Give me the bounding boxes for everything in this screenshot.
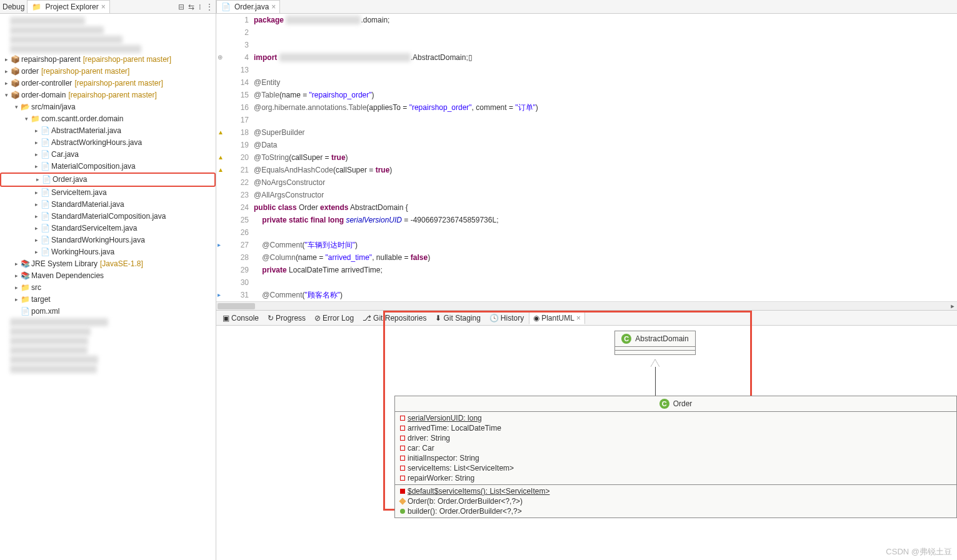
tree-item[interactable]: ▸📦repairshop-parent[repairshop-parent ma… [0, 54, 216, 66]
expand-arrow-icon[interactable]: ▸ [34, 174, 41, 185]
tree-item[interactable]: ▸📄WorkingHours.java [0, 246, 216, 258]
code-line[interactable]: @EqualsAndHashCode(callSuper = true) [254, 164, 957, 176]
tree-item[interactable]: ▸📁target [0, 294, 216, 306]
gutter-line[interactable]: ⊕4 [216, 51, 249, 64]
expand-arrow-icon[interactable]: ▸ [3, 78, 10, 89]
tree-item[interactable]: ▾📦order-domain[repairshop-parent master] [0, 89, 216, 101]
code-line[interactable]: @AllArgsConstructor [254, 189, 957, 201]
expand-arrow-icon[interactable]: ▸ [3, 66, 10, 77]
tree-item[interactable]: ▸📄StandardMaterialComposition.java [0, 211, 216, 222]
gutter-line[interactable]: 14 [216, 76, 249, 89]
gutter-line[interactable]: 2 [216, 26, 249, 39]
expand-arrow-icon[interactable]: ▸ [33, 138, 40, 148]
code-line[interactable]: @SuperBuilder [254, 126, 957, 139]
uml-member[interactable]: repairWorker: String [395, 473, 956, 483]
expand-arrow-icon[interactable]: ▸ [3, 54, 10, 65]
code-line[interactable]: public class Order extends AbstractDomai… [254, 201, 957, 214]
gutter-line[interactable]: 17 [216, 114, 249, 126]
tree-item[interactable]: ▸📦order[repairshop-parent master] [0, 66, 216, 78]
gutter-line[interactable]: 16 [216, 101, 249, 114]
uml-member[interactable]: serviceItems: List<ServiceItem> [395, 463, 956, 473]
uml-member[interactable]: Order(b: Order.OrderBuilder<?,?>) [395, 496, 956, 506]
gutter-line[interactable]: 13 [216, 64, 249, 76]
code-line[interactable] [254, 276, 957, 289]
change-marker-icon[interactable]: ▸ [218, 289, 221, 301]
uml-member[interactable]: driver: String [395, 433, 956, 443]
tree-item[interactable]: ▸📚JRE System Library[JavaSE-1.8] [0, 258, 216, 270]
tree-item[interactable]: ▸📁src [0, 282, 216, 294]
gutter-line[interactable]: 30 [216, 276, 249, 289]
tree-item[interactable]: ▸📄Car.java [0, 149, 216, 161]
code-line[interactable]: @Table(name = "repairshop_order") [254, 89, 957, 101]
tree-item[interactable]: ▸📄AbstractMaterial.java [0, 125, 216, 137]
close-icon[interactable]: × [271, 2, 276, 11]
tree-item[interactable]: 📄pom.xml [0, 306, 216, 318]
uml-member[interactable]: initialInspector: String [395, 453, 956, 463]
expand-arrow-icon[interactable]: ▾ [3, 90, 10, 101]
uml-member[interactable]: builder(): Order.OrderBuilder<?,?> [395, 506, 956, 516]
editor-scrollbar[interactable]: ◄ ► [216, 301, 957, 310]
project-tree[interactable]: ▸📦repairshop-parent[repairshop-parent ma… [0, 14, 216, 560]
expand-arrow-icon[interactable]: ▸ [33, 223, 40, 234]
uml-member[interactable]: arrivedTime: LocalDateTime [395, 423, 956, 433]
editor-tab-order[interactable]: 📄 Order.java × [216, 0, 280, 13]
tree-item[interactable]: ▸📚Maven Dependencies [0, 270, 216, 282]
expand-arrow-icon[interactable]: ▸ [13, 259, 20, 269]
code-line[interactable]: @Comment("顾客名称") [254, 289, 957, 301]
gutter-line[interactable]: ▲21 [216, 164, 249, 176]
uml-class-order[interactable]: C Order serialVersionUID: longarrivedTim… [394, 396, 957, 518]
code-line[interactable]: @ToString(callSuper = true) [254, 151, 957, 164]
expand-arrow-icon[interactable]: ▸ [33, 235, 40, 246]
code-line[interactable] [254, 39, 957, 51]
tree-item[interactable]: ▸📄StandardMaterial.java [0, 199, 216, 211]
code-content[interactable]: package xxxxxxxxxxxxxxxxxxxx.domain;impo… [254, 14, 957, 301]
tree-item[interactable]: ▸📄MaterialComposition.java [0, 161, 216, 172]
tree-item[interactable]: ▸📦order-controller[repairshop-parent mas… [0, 78, 216, 89]
tree-item[interactable]: ▸📄StandardServiceItem.java [0, 222, 216, 234]
expand-arrow-icon[interactable]: ▸ [33, 211, 40, 222]
code-line[interactable]: import xxxxxxxxxxxxxxxxxxxxxxxxxxxxxxxxx… [254, 51, 957, 64]
expand-arrow-icon[interactable]: ▸ [33, 247, 40, 258]
tree-item[interactable]: ▸📄StandardWorkingHours.java [0, 234, 216, 246]
uml-member[interactable]: $default$serviceItems(): List<ServiceIte… [395, 486, 956, 496]
bottom-tab-git-repositories[interactable]: ⎇Git Repositories [359, 312, 430, 324]
bottom-tab-progress[interactable]: ↻Progress [264, 312, 309, 324]
gutter-line[interactable]: ▸31 [216, 289, 249, 301]
uml-member[interactable]: serialVersionUID: long [395, 413, 956, 423]
scroll-right-icon[interactable]: ► [948, 302, 957, 311]
gutter-line[interactable]: 22 [216, 176, 249, 189]
tree-item[interactable]: ▸📄Order.java [0, 172, 216, 187]
code-line[interactable]: private LocalDateTime arrivedTime; [254, 264, 957, 276]
fold-marker-icon[interactable]: ⊕ [218, 51, 223, 64]
view-menu-icon[interactable]: ⋮ [206, 2, 213, 11]
bottom-tab-history[interactable]: 🕓History [486, 312, 528, 324]
code-line[interactable]: package xxxxxxxxxxxxxxxxxxxx.domain; [254, 14, 957, 26]
gutter-line[interactable]: 26 [216, 226, 249, 239]
code-line[interactable] [254, 226, 957, 239]
debug-view-label[interactable]: Debug [3, 2, 24, 11]
code-line[interactable]: @Comment("车辆到达时间") [254, 239, 957, 251]
code-line[interactable]: @NoArgsConstructor [254, 176, 957, 189]
change-marker-icon[interactable]: ▸ [218, 239, 221, 251]
code-line[interactable]: @org.hibernate.annotations.Table(applies… [254, 101, 957, 114]
code-line[interactable] [254, 114, 957, 126]
expand-arrow-icon[interactable]: ▸ [13, 282, 20, 293]
gutter-line[interactable]: 23 [216, 189, 249, 201]
warning-marker-icon[interactable]: ▲ [218, 126, 224, 139]
expand-arrow-icon[interactable]: ▸ [13, 271, 20, 281]
gutter-line[interactable]: 1 [216, 14, 249, 26]
gutter-line[interactable]: 29 [216, 264, 249, 276]
collapse-all-icon[interactable]: ⊟ [178, 2, 184, 11]
expand-arrow-icon[interactable]: ▸ [33, 161, 40, 172]
expand-arrow-icon[interactable]: ▸ [33, 199, 40, 210]
gutter-line[interactable]: ▲18 [216, 126, 249, 139]
gutter-line[interactable]: 25 [216, 214, 249, 226]
gutter-line[interactable]: ▸27 [216, 239, 249, 251]
scroll-thumb[interactable] [218, 303, 255, 309]
code-editor[interactable]: 123⊕41314151617▲1819▲20▲212223242526▸272… [216, 14, 957, 301]
filter-icon[interactable]: ⫶ [198, 2, 202, 11]
expand-arrow-icon[interactable]: ▸ [33, 149, 40, 160]
close-icon[interactable]: × [101, 2, 106, 11]
gutter-line[interactable]: ▲20 [216, 151, 249, 164]
uml-class-abstractdomain[interactable]: C AbstractDomain [614, 331, 696, 355]
